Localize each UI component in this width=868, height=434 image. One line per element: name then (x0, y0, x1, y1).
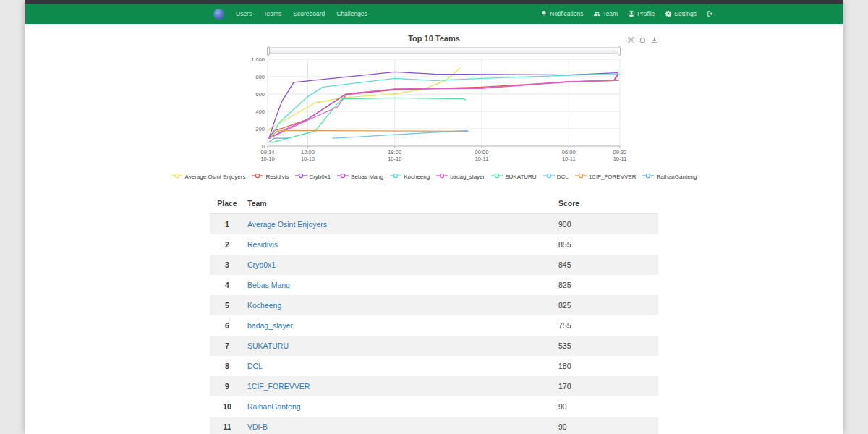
y-tick-label: 200 (255, 126, 265, 132)
chart-title: Top 10 Teams (210, 33, 658, 47)
bell-icon (540, 10, 548, 17)
place-cell: 2 (210, 234, 244, 255)
legend-marker-icon (491, 173, 503, 180)
nav-link-logout[interactable] (707, 10, 714, 17)
legend-item-DCL[interactable]: DCL (543, 173, 569, 180)
legend-item-Residivis[interactable]: Residivis (252, 173, 289, 180)
legend-marker-icon (252, 173, 263, 180)
nav-link-users[interactable]: Users (236, 10, 252, 17)
team-cell: Cryb0x1 (244, 255, 556, 275)
x-tick-label: 09:1410-10 (260, 149, 274, 162)
page: UsersTeamsScoreboardChallenges Notificat… (25, 0, 843, 434)
legend-item-Kocheeng[interactable]: Kocheeng (390, 173, 430, 180)
nav-label: Notifications (550, 10, 583, 17)
legend-label: DCL (557, 174, 569, 180)
datazoom-slider[interactable] (268, 47, 620, 54)
nav-link-profile[interactable]: Profile (628, 10, 655, 17)
team-cell: badag_slayer (244, 315, 556, 336)
restore-icon[interactable] (639, 34, 647, 47)
team-link[interactable]: RaihanGanteng (247, 402, 301, 411)
score-cell: 825 (556, 295, 658, 315)
legend-item-RaihanGanteng[interactable]: RaihanGanteng (642, 173, 697, 180)
legend-marker-icon (642, 173, 654, 180)
site-logo[interactable] (213, 9, 224, 20)
team-cell: 1CIF_FOREVVER (244, 376, 556, 396)
legend-item-Bebas Mang[interactable]: Bebas Mang (337, 173, 383, 180)
team-link[interactable]: Residivis (247, 240, 278, 249)
team-link[interactable]: Bebas Mang (247, 281, 290, 289)
team-link[interactable]: Kocheeng (247, 301, 281, 310)
x-tick-label: 12:0010-10 (300, 149, 314, 162)
legend-label: badag_slayer (450, 174, 485, 180)
sign-out-icon (707, 10, 714, 17)
scoreboard-row: 10RaihanGanteng90 (210, 396, 658, 417)
score-cell: 900 (556, 214, 658, 235)
legend-marker-icon (337, 173, 349, 180)
y-tick-label: 1,000 (251, 56, 265, 63)
legend-marker-icon (295, 173, 307, 180)
place-cell: 7 (210, 336, 244, 356)
team-link[interactable]: DCL (247, 362, 263, 370)
place-cell: 1 (210, 214, 244, 235)
place-cell: 10 (210, 396, 244, 417)
score-cell: 825 (556, 275, 658, 295)
data-zoom-icon[interactable] (627, 34, 635, 47)
legend-item-Cryb0x1[interactable]: Cryb0x1 (295, 173, 331, 180)
score-cell: 755 (556, 315, 658, 336)
main-content: Top 10 Teams 02004006008001,00009:1410-1… (25, 24, 843, 434)
legend-label: SUKATURU (505, 174, 536, 180)
navbar-left: UsersTeamsScoreboardChallenges (213, 9, 367, 20)
team-link[interactable]: Cryb0x1 (247, 260, 276, 269)
legend-label: Kocheeng (404, 174, 430, 180)
team-link[interactable]: Average Osint Enjoyers (247, 220, 327, 229)
team-link[interactable]: badag_slayer (247, 321, 293, 330)
score-graph: 02004006008001,00009:1410-1012:0010-1018… (237, 47, 631, 180)
legend-item-badag_slayer[interactable]: badag_slayer (436, 173, 485, 180)
team-cell: Average Osint Enjoyers (244, 214, 556, 235)
score-cell: 170 (556, 376, 658, 396)
header-team: Team (244, 193, 556, 214)
place-cell: 4 (210, 275, 244, 295)
legend-label: Bebas Mang (351, 174, 383, 180)
legend-item-Average Osint Enjoyers[interactable]: Average Osint Enjoyers (171, 173, 246, 180)
scoreboard-row: 7SUKATURU535 (210, 336, 658, 356)
legend-marker-icon (390, 173, 401, 180)
score-cell: 845 (556, 255, 658, 275)
nav-link-team[interactable]: Team (593, 10, 618, 17)
place-cell: 5 (210, 295, 244, 315)
score-cell: 90 (556, 396, 658, 417)
x-tick-label: 00:0010-11 (475, 149, 488, 162)
team-link[interactable]: VDI-B (247, 422, 268, 431)
header-place: Place (210, 193, 244, 214)
navbar-right: NotificationsTeamProfileSettings (540, 10, 714, 17)
header-score: Score (556, 193, 658, 214)
legend-item-1CIF_FOREVVER[interactable]: 1CIF_FOREVVER (575, 173, 637, 180)
legend-marker-icon (543, 173, 555, 180)
nav-link-challenges[interactable]: Challenges (336, 10, 367, 17)
team-cell: RaihanGanteng (244, 396, 556, 417)
datazoom-handle-right[interactable] (618, 46, 621, 56)
datazoom-handle-left[interactable] (267, 46, 270, 56)
place-cell: 6 (210, 315, 244, 336)
nav-link-scoreboard[interactable]: Scoreboard (293, 10, 325, 17)
score-cell: 180 (556, 356, 658, 376)
table-header-row: Place Team Score (210, 193, 658, 214)
team-cell: DCL (244, 356, 556, 376)
save-image-icon[interactable] (650, 34, 658, 47)
users-icon (593, 10, 600, 17)
series-line-1CIF_FOREVVER (271, 130, 468, 138)
y-tick-label: 800 (255, 74, 265, 80)
scoreboard-row: 11VDI-B90 (210, 417, 658, 434)
team-link[interactable]: 1CIF_FOREVVER (247, 382, 310, 391)
series-line-Average Osint Enjoyers (268, 68, 460, 130)
nav-link-teams[interactable]: Teams (263, 10, 281, 17)
team-link[interactable]: SUKATURU (247, 341, 289, 350)
scoreboard-row: 3Cryb0x1845 (210, 255, 658, 275)
user-circle-icon (628, 10, 635, 17)
nav-link-notifications[interactable]: Notifications (540, 10, 583, 17)
place-cell: 3 (210, 255, 244, 275)
x-tick-label: 06:0010-11 (561, 149, 575, 162)
legend-item-SUKATURU[interactable]: SUKATURU (491, 173, 536, 180)
nav-link-settings[interactable]: Settings (665, 10, 697, 17)
place-cell: 8 (210, 356, 244, 376)
